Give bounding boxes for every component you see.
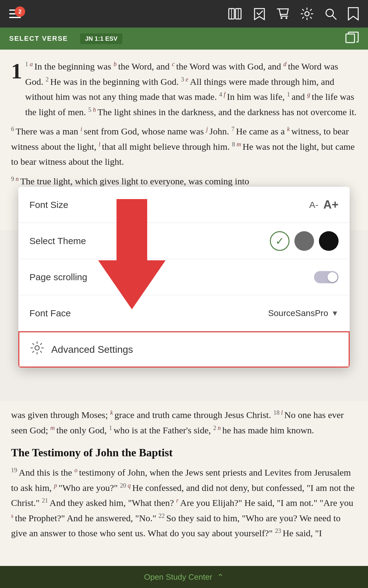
verse-num-4: 4 xyxy=(219,91,224,98)
saved-icon[interactable] xyxy=(253,7,266,20)
advanced-settings-label: Advanced Settings xyxy=(51,344,133,355)
library-icon[interactable] xyxy=(228,8,242,20)
svg-point-6 xyxy=(305,12,309,16)
advanced-settings-row[interactable]: Advanced Settings xyxy=(18,331,350,368)
settings-popup-panel: Font Size A- A+ Select Theme ✓ Page scro… xyxy=(18,187,350,368)
svg-point-4 xyxy=(281,17,282,19)
font-size-label: Font Size xyxy=(29,200,68,210)
page-scrolling-row: Page scrolling xyxy=(18,259,350,295)
verse-ref-badge: JN 1:1 ESV xyxy=(80,33,122,44)
scrolling-controls xyxy=(314,271,339,283)
section-heading: The Testimony of John the Baptist xyxy=(11,444,357,462)
verse-copy-icon[interactable] xyxy=(345,32,359,46)
nav-icons xyxy=(228,7,359,21)
bookmark-icon[interactable] xyxy=(348,7,359,21)
theme-white-button[interactable]: ✓ xyxy=(270,231,289,251)
checkmark-icon: ✓ xyxy=(275,235,284,247)
nav-left: 2 xyxy=(9,9,21,18)
chapter-number: 1 xyxy=(11,60,22,82)
font-decrease-button[interactable]: A- xyxy=(309,200,318,210)
dropdown-arrow-icon: ▼ xyxy=(331,309,339,318)
theme-gray-button[interactable] xyxy=(294,231,314,251)
svg-point-10 xyxy=(35,346,39,350)
open-study-center-label: Open Study Center xyxy=(144,572,213,582)
select-theme-label: Select Theme xyxy=(29,236,86,246)
font-size-controls: A- A+ xyxy=(309,198,339,211)
font-face-controls: SourceSansPro ▼ xyxy=(268,308,339,318)
bottom-bar[interactable]: Open Study Center ⌃ xyxy=(0,566,368,588)
font-face-value: SourceSansPro xyxy=(268,308,328,318)
page-scrolling-label: Page scrolling xyxy=(29,272,87,282)
verse-num-5: 5 xyxy=(88,106,93,113)
select-verse-bar[interactable]: SELECT VERSE JN 1:1 ESV xyxy=(0,28,368,50)
theme-black-button[interactable] xyxy=(319,231,339,251)
top-navigation: 2 xyxy=(0,0,368,28)
notification-badge: 2 xyxy=(15,6,25,17)
search-icon[interactable] xyxy=(324,8,337,20)
select-theme-row: Select Theme ✓ xyxy=(18,223,350,259)
font-face-label: Font Face xyxy=(29,308,71,318)
page-scrolling-toggle[interactable] xyxy=(314,271,339,283)
verse-num-1: 1 xyxy=(25,61,30,67)
bible-text-below: was given through Moses; k grace and tru… xyxy=(0,401,368,588)
toggle-knob xyxy=(328,272,337,282)
font-face-row: Font Face SourceSansPro ▼ xyxy=(18,295,350,331)
settings-icon[interactable] xyxy=(301,7,313,20)
font-increase-button[interactable]: A+ xyxy=(323,198,339,211)
font-face-dropdown[interactable]: SourceSansPro ▼ xyxy=(268,308,339,318)
svg-point-5 xyxy=(286,17,287,19)
chevron-up-icon: ⌃ xyxy=(217,572,224,582)
svg-line-8 xyxy=(332,16,336,19)
select-verse-label: SELECT VERSE xyxy=(9,35,68,43)
hamburger-wrap: 2 xyxy=(9,9,21,18)
verse-num-2: 2 xyxy=(46,76,50,83)
verse-num-3: 3 xyxy=(181,76,186,83)
svg-rect-9 xyxy=(346,34,355,43)
advanced-gear-icon xyxy=(30,341,44,358)
cart-icon[interactable] xyxy=(277,8,289,20)
font-size-row: Font Size A- A+ xyxy=(18,187,350,223)
theme-controls: ✓ xyxy=(270,231,339,251)
